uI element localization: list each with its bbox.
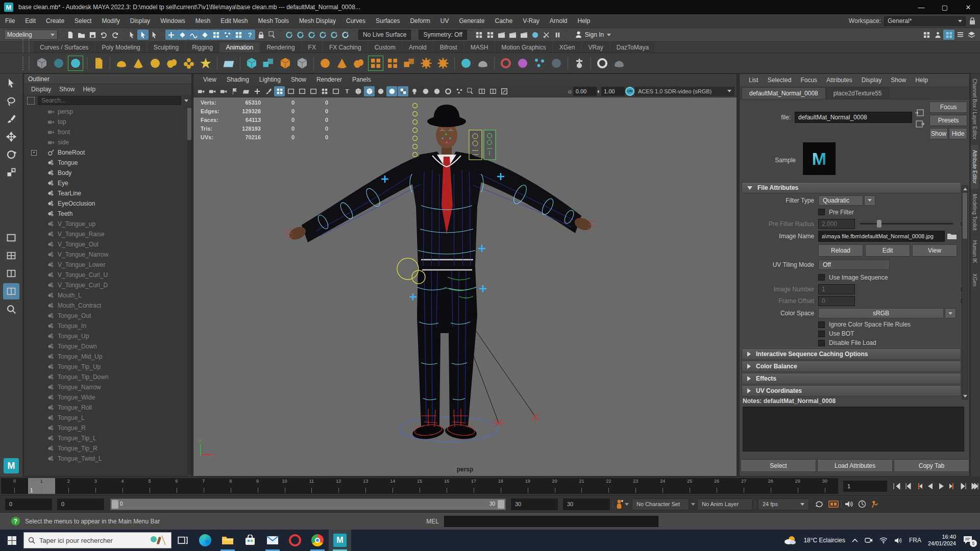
section-effects[interactable]: Effects (742, 373, 961, 384)
mute-audio-icon[interactable] (844, 500, 853, 508)
mail-icon[interactable] (261, 530, 284, 551)
minimize-button[interactable]: — (910, 0, 933, 14)
viewport-menu-lighting[interactable]: Lighting (255, 76, 285, 83)
outliner-item-top[interactable]: top (24, 117, 191, 127)
outliner-item-tongue_tip_r[interactable]: Tongue_Tip_R (24, 443, 191, 454)
loop-playback-icon[interactable] (814, 500, 824, 508)
texture-sample-swatch[interactable]: M (803, 142, 836, 175)
notes-page-icon[interactable] (91, 56, 106, 71)
menu-help[interactable]: Help (573, 17, 596, 24)
viewport-canvas[interactable]: Verts: 65310 0 0Edges: 129328 0 0Faces: … (193, 97, 737, 476)
outliner-item-tongue_twist_l[interactable]: Tongue_Twist_L (24, 454, 191, 464)
outliner-item-tongue_in[interactable]: Tongue_In (24, 321, 191, 331)
image-name-field[interactable]: a\maya file.fbm\defaultMat_Normal_0008.j… (818, 231, 945, 242)
notification-center-icon[interactable]: 5 (963, 535, 975, 545)
tool-settings-icon[interactable] (932, 30, 943, 40)
split-pane-icon[interactable] (3, 265, 19, 282)
wifi-icon[interactable] (879, 537, 888, 543)
range-slider[interactable]: 0 30 (110, 498, 506, 510)
timeline-frame-10[interactable]: 10 (271, 478, 298, 494)
outliner-item-v_tongue_up[interactable]: V_Tongue_up (24, 219, 191, 229)
disable-file-load-checkbox[interactable] (818, 340, 825, 346)
move-tool-icon[interactable] (3, 129, 19, 145)
step-back-key-button[interactable] (914, 481, 924, 492)
go-to-start-button[interactable] (891, 481, 901, 492)
launch-render-view-icon[interactable] (530, 30, 541, 40)
chevron-icon[interactable] (691, 503, 695, 506)
shelf-tab-motion-graphics[interactable]: Motion Graphics (495, 42, 552, 53)
step-forward-frame-button[interactable] (959, 481, 969, 492)
outliner-pane-icon[interactable] (3, 283, 19, 299)
field-chart-icon[interactable] (319, 86, 330, 96)
select-button[interactable]: Select (741, 459, 816, 472)
workspace-dropdown[interactable]: General* (884, 16, 966, 26)
lock-icon[interactable] (255, 30, 266, 40)
timeline-frame-2[interactable]: 2 (55, 478, 82, 494)
orange-teal-cube-icon[interactable] (278, 56, 293, 71)
menu-edit[interactable]: Edit (20, 17, 41, 24)
mel-label[interactable]: MEL (426, 518, 439, 525)
orange-cone-icon[interactable] (334, 56, 350, 71)
outliner-item-v_tongue_lower[interactable]: V_Tongue_Lower (24, 260, 191, 270)
set-key-icon[interactable] (616, 499, 624, 509)
timeline-frame-1[interactable]: 11 (28, 478, 55, 494)
timeline-frame-26[interactable]: 26 (703, 478, 730, 494)
outliner-item-tongue_wide[interactable]: Tongue_Wide (24, 392, 191, 403)
outliner-item-tongue_down[interactable]: Tongue_Down (24, 341, 191, 352)
yellow-cone-icon[interactable] (131, 56, 146, 71)
safe-action-icon[interactable] (330, 86, 341, 96)
character-set-dropdown[interactable]: No Character Set (632, 498, 689, 510)
menu-file[interactable]: File (0, 17, 20, 24)
chrome-icon[interactable] (306, 530, 329, 551)
taskbar-clock[interactable]: 16:40 24/01/2024 (928, 534, 956, 547)
image-number-field[interactable]: 1 (818, 284, 855, 294)
wireframe-icon[interactable] (353, 86, 363, 96)
task-view-icon[interactable] (172, 530, 194, 551)
timeline-frame-6[interactable]: 6 (163, 478, 190, 494)
side-tab-xgen[interactable]: XGen (971, 268, 978, 292)
channel-box-icon[interactable] (943, 30, 954, 40)
bookmark-icon[interactable] (229, 86, 240, 96)
section-interactive-sequence-caching-options[interactable]: Interactive Sequence Caching Options (742, 348, 961, 360)
yellow-sphere-icon[interactable] (148, 56, 163, 71)
magenta-sphere-icon[interactable] (515, 56, 530, 71)
close-button[interactable]: ✕ (957, 0, 980, 14)
camera-attrs-icon[interactable] (218, 86, 229, 96)
timeline-frame-27[interactable]: 27 (730, 478, 757, 494)
use-bot-checkbox[interactable] (818, 331, 825, 337)
lights-icon[interactable] (409, 86, 420, 96)
orange-pair-icon[interactable] (402, 56, 417, 71)
timeline-frame-5[interactable]: 5 (136, 478, 163, 494)
outliner-item-v_tongue_narrow[interactable]: V_Tongue_Narrow (24, 249, 191, 260)
ae-menu-list[interactable]: List (745, 77, 763, 84)
camera-select-icon[interactable] (195, 86, 206, 96)
weather-icon[interactable] (783, 535, 797, 545)
select-object-icon[interactable] (137, 30, 149, 40)
timeline-frame-9[interactable]: 9 (244, 478, 271, 494)
section-file-attributes[interactable]: File Attributes (742, 182, 961, 193)
animation-start-field[interactable]: 0 (5, 498, 52, 510)
menu-arnold[interactable]: Arnold (545, 17, 573, 24)
construction-history-icon[interactable] (485, 30, 496, 40)
go-to-end-button[interactable] (970, 481, 980, 492)
select-hierarchy-icon[interactable] (126, 30, 137, 40)
menu-modify[interactable]: Modify (96, 17, 125, 24)
outliner-item-tongue[interactable]: Tongue (24, 158, 191, 168)
open-scene-icon[interactable] (76, 30, 87, 40)
yellow-blob-icon[interactable] (164, 56, 180, 71)
menu-set-dropdown[interactable]: Modeling (4, 30, 58, 40)
mask-dynamics-icon[interactable] (222, 30, 233, 40)
timeline-frame-3[interactable]: 3 (82, 478, 109, 494)
ae-menu-display[interactable]: Display (857, 77, 886, 84)
teal-sphere-plus-icon[interactable] (458, 56, 474, 71)
timeline-frame-28[interactable]: 28 (757, 478, 784, 494)
side-tab-human-ik[interactable]: Human IK (971, 235, 978, 268)
shelf-tab-curves-surfaces[interactable]: Curves / Surfaces (34, 42, 94, 53)
shelf-tab-rigging[interactable]: Rigging (186, 42, 219, 53)
shelf-tab-rendering[interactable]: Rendering (260, 42, 301, 53)
viewport-menu-view[interactable]: View (199, 76, 221, 83)
timeline-frame-29[interactable]: 29 (784, 478, 811, 494)
timeline-frame-13[interactable]: 13 (352, 478, 379, 494)
pre-filter-radius-field[interactable]: 2.000 (818, 219, 855, 229)
chevron-down-icon[interactable] (184, 99, 188, 102)
